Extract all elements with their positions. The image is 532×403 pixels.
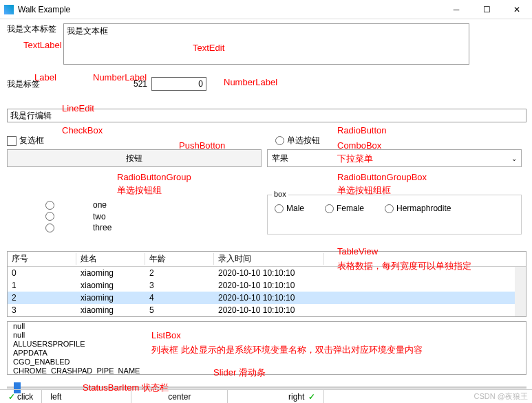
list-box[interactable]: nullnullALLUSERSPROFILEAPPDATACGO_ENABLE… xyxy=(7,321,526,375)
combo-box[interactable]: 苹果 ⌄ xyxy=(267,149,522,167)
list-item[interactable]: APPDATA xyxy=(10,349,523,358)
radio-one[interactable] xyxy=(45,201,54,210)
number-edit[interactable] xyxy=(151,77,206,91)
status-click[interactable]: ✓click xyxy=(0,390,42,403)
table-row[interactable]: 1xiaoming32020-10-10 10:10:10 xyxy=(8,279,526,292)
radio-male[interactable] xyxy=(275,204,284,213)
radio-two[interactable] xyxy=(45,212,54,221)
checkbox-label: 复选框 xyxy=(19,135,44,146)
radio-button[interactable] xyxy=(275,136,284,145)
table-scrollbar[interactable] xyxy=(515,267,526,316)
radio-herm[interactable] xyxy=(385,204,394,213)
titlebar: Walk Example ─ ☐ ✕ xyxy=(0,0,532,19)
list-item[interactable]: null xyxy=(10,322,523,331)
table-view[interactable]: 序号 姓名 年龄 录入时间 0xiaoming22020-10-10 10:10… xyxy=(7,251,526,317)
radio-group: one two three xyxy=(7,195,262,235)
radio-group-box: box Male Female Hermaphrodite xyxy=(267,195,522,235)
push-button[interactable]: 按钮 xyxy=(7,149,262,167)
radio-female[interactable] xyxy=(325,204,334,213)
minimize-button[interactable]: ─ xyxy=(441,0,471,19)
table-header: 序号 姓名 年龄 录入时间 xyxy=(8,252,526,267)
close-button[interactable]: ✕ xyxy=(502,0,532,19)
list-item[interactable]: CHROME_CRASHPAD_PIPE_NAME xyxy=(10,367,523,375)
text-edit[interactable]: 我是文本框 xyxy=(63,23,469,65)
status-left[interactable]: left xyxy=(42,390,131,403)
list-item[interactable]: ALLUSERSPROFILE xyxy=(10,340,523,349)
chevron-down-icon: ⌄ xyxy=(511,155,517,162)
list-item[interactable]: null xyxy=(10,331,523,340)
radio-three[interactable] xyxy=(45,224,54,232)
radio-label: 单选按钮 xyxy=(287,135,320,146)
label: 我是标签 xyxy=(7,78,62,90)
line-edit[interactable] xyxy=(7,109,526,122)
list-item[interactable]: CGO_ENABLED xyxy=(10,358,523,367)
maximize-button[interactable]: ☐ xyxy=(471,0,502,19)
table-row[interactable]: 0xiaoming22020-10-10 10:10:10 xyxy=(8,267,526,279)
number-label: 521 xyxy=(103,79,151,89)
table-row[interactable]: 2xiaoming42020-10-10 10:10:10 xyxy=(8,292,526,304)
watermark: CSDN @夜狼王 xyxy=(474,391,528,402)
checkbox[interactable] xyxy=(7,136,17,146)
window-title: Walk Example xyxy=(18,5,441,14)
app-icon xyxy=(4,5,14,14)
status-right[interactable]: right✓ xyxy=(228,390,324,403)
status-center[interactable]: center xyxy=(131,390,228,403)
table-row[interactable]: 3xiaoming52020-10-10 10:10:10 xyxy=(8,304,526,316)
status-bar: ✓click left center right✓ xyxy=(0,389,532,403)
text-label: 我是文本标签 xyxy=(7,23,56,35)
